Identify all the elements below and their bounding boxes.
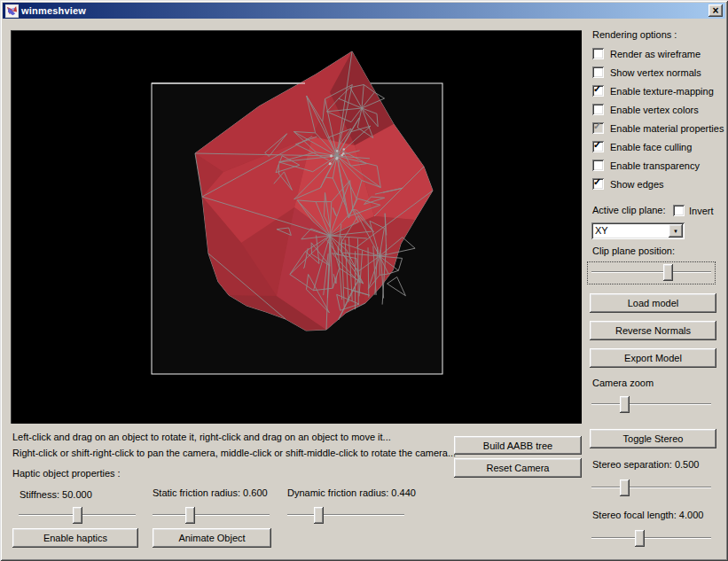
- checkbox-enable-transparency[interactable]: Enable transparency: [592, 156, 725, 175]
- stereo-separation-slider[interactable]: [591, 479, 712, 497]
- stiffness-slider[interactable]: [18, 507, 137, 525]
- haptic-properties-header: Haptic object properties :: [12, 468, 121, 479]
- slider-track: [591, 537, 711, 539]
- dynamic-friction-slider-thumb[interactable]: [314, 507, 324, 524]
- load-model-button[interactable]: Load model: [590, 293, 716, 313]
- help-line-2: Right-click or shift-right-click to pan …: [12, 448, 456, 459]
- checkbox-enable-face-culling[interactable]: ✓Enable face culling: [592, 137, 725, 156]
- app-window: winmeshview × Rendering options : Render…: [0, 0, 728, 561]
- static-friction-slider[interactable]: [152, 507, 270, 525]
- toggle-stereo-button[interactable]: Toggle Stereo: [590, 429, 716, 448]
- checkbox-label: Enable face culling: [610, 142, 692, 152]
- stereo-focal-label: Stereo focal length: 4.000: [592, 510, 703, 521]
- checkbox-enable-material-properties[interactable]: ✓Enable material properties: [592, 119, 725, 137]
- clip-plane-combo[interactable]: XY ▼: [591, 222, 685, 239]
- slider-track: [591, 487, 711, 488]
- reverse-normals-button[interactable]: Reverse Normals: [590, 321, 716, 340]
- rendering-options-header: Rendering options :: [592, 29, 677, 41]
- checkbox-label: Enable texture-mapping: [610, 86, 714, 97]
- checkbox-label: Show edges: [610, 179, 664, 190]
- clip-position-label: Clip plane position:: [592, 245, 675, 257]
- stiffness-slider-thumb[interactable]: [73, 507, 82, 524]
- dynamic-friction-label: Dynamic friction radius: 0.440: [287, 487, 416, 499]
- checkbox-box[interactable]: [592, 48, 604, 59]
- slider-track: [287, 514, 404, 516]
- camera-zoom-label: Camera zoom: [592, 378, 654, 389]
- stereo-focal-slider-thumb[interactable]: [635, 530, 645, 547]
- stiffness-label: Stiffness: 50.000: [20, 489, 92, 501]
- static-friction-slider-thumb[interactable]: [185, 507, 195, 524]
- clip-plane-value: XY: [595, 225, 608, 236]
- checkbox-invert[interactable]: [673, 205, 685, 216]
- static-friction-label: Static friction radius: 0.600: [153, 487, 268, 499]
- checkbox-box[interactable]: [592, 66, 604, 78]
- checkbox-box[interactable]: [592, 160, 604, 171]
- checkbox-render-as-wireframe[interactable]: Render as wireframe: [592, 44, 725, 63]
- checkbox-label: Show vertex normals: [610, 67, 701, 78]
- checkbox-show-edges[interactable]: ✓Show edges: [592, 175, 725, 193]
- checkbox-box[interactable]: ✓: [592, 141, 604, 152]
- checkbox-show-vertex-normals[interactable]: Show vertex normals: [592, 63, 725, 82]
- window-title: winmeshview: [21, 5, 708, 16]
- close-button[interactable]: ×: [708, 4, 723, 17]
- clip-position-slider-thumb[interactable]: [663, 264, 673, 281]
- camera-zoom-slider[interactable]: [591, 396, 712, 414]
- stereo-focal-slider[interactable]: [591, 530, 712, 548]
- rendering-options-list: Render as wireframeShow vertex normals✓E…: [592, 44, 725, 193]
- checkbox-box[interactable]: ✓: [592, 85, 604, 97]
- stereo-separation-slider-thumb[interactable]: [620, 479, 630, 496]
- animate-object-button[interactable]: Animate Object: [153, 528, 271, 548]
- check-icon: ✓: [593, 121, 601, 132]
- active-clip-plane-label: Active clip plane:: [592, 205, 666, 216]
- app-icon: [5, 4, 19, 18]
- mesh-canvas: [11, 30, 582, 424]
- export-model-button[interactable]: Export Model: [590, 348, 716, 368]
- stereo-separation-label: Stereo separation: 0.500: [592, 459, 699, 471]
- build-aabb-tree-button[interactable]: Build AABB tree: [454, 436, 582, 455]
- checkbox-box: ✓: [592, 122, 604, 134]
- enable-haptics-button[interactable]: Enable haptics: [12, 528, 138, 548]
- checkbox-label: Render as wireframe: [610, 49, 701, 59]
- combo-dropdown-button[interactable]: ▼: [669, 224, 683, 238]
- help-line-1: Left-click and drag on an object to rota…: [12, 432, 391, 443]
- slider-track: [153, 514, 270, 516]
- reset-camera-button[interactable]: Reset Camera: [454, 458, 582, 478]
- chevron-down-icon: ▼: [673, 229, 678, 234]
- checkbox-box[interactable]: [592, 104, 604, 115]
- viewport-3d[interactable]: [11, 30, 582, 424]
- camera-zoom-slider-thumb[interactable]: [620, 396, 630, 413]
- checkbox-label: Enable vertex colors: [610, 105, 699, 115]
- checkbox-box[interactable]: ✓: [592, 178, 604, 190]
- checkbox-enable-texture-mapping[interactable]: ✓Enable texture-mapping: [592, 82, 725, 100]
- clip-position-slider[interactable]: [591, 264, 712, 282]
- invert-label: Invert: [689, 206, 714, 217]
- slider-track: [591, 403, 711, 405]
- checkbox-label: Enable transparency: [610, 160, 700, 171]
- dynamic-friction-slider[interactable]: [286, 507, 405, 525]
- slider-track: [591, 271, 711, 273]
- check-icon: ✓: [593, 139, 601, 151]
- title-bar[interactable]: winmeshview ×: [3, 3, 725, 19]
- close-icon: ×: [712, 6, 718, 16]
- check-icon: ✓: [593, 83, 601, 95]
- checkbox-enable-vertex-colors[interactable]: Enable vertex colors: [592, 100, 725, 119]
- check-icon: ✓: [593, 176, 601, 188]
- checkbox-label: Enable material properties: [610, 123, 724, 134]
